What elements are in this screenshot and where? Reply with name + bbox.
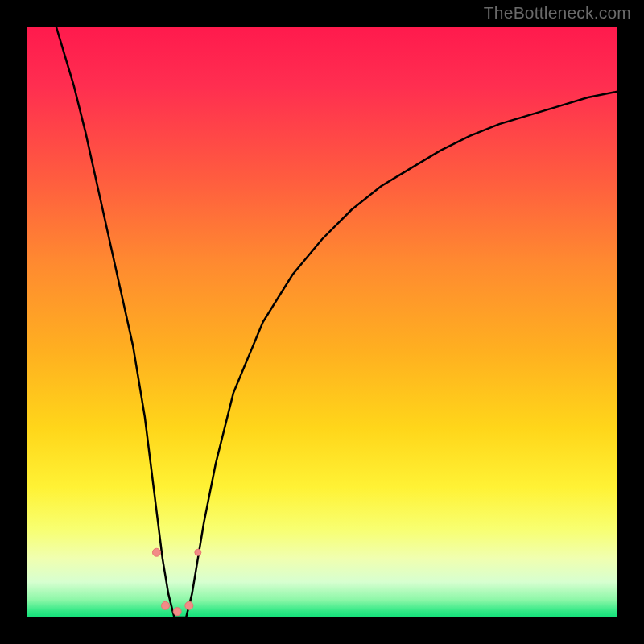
chart-frame: TheBottleneck.com [0, 0, 644, 644]
curve-marker [161, 601, 169, 609]
curve-marker [185, 601, 193, 609]
chart-svg [27, 27, 617, 617]
curve-marker [173, 608, 181, 616]
curve-marker [195, 549, 201, 555]
plot-area [27, 27, 617, 617]
bottleneck-curve [56, 27, 617, 617]
curve-marker [152, 548, 160, 556]
watermark-text: TheBottleneck.com [484, 3, 631, 23]
